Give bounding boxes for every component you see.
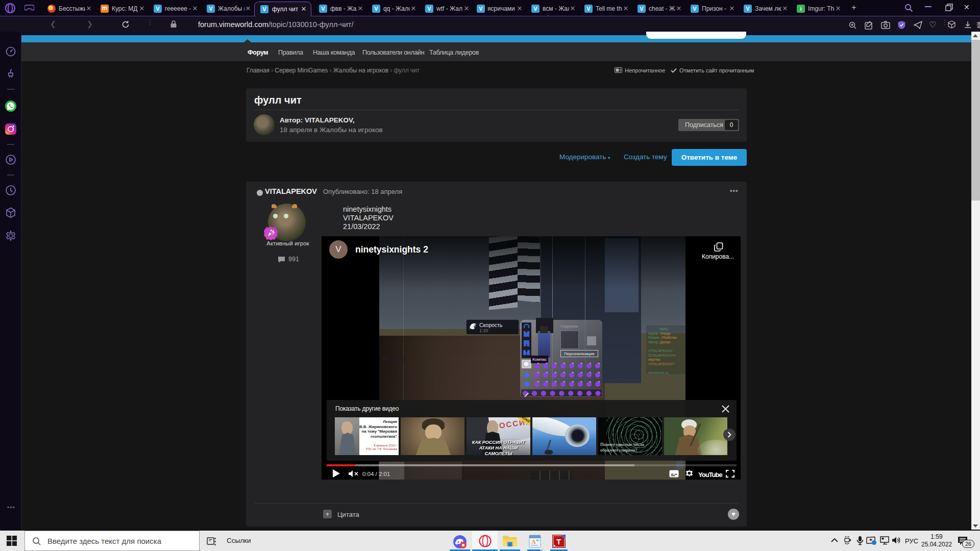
svg-text:A: A bbox=[531, 538, 536, 545]
svg-text:T: T bbox=[556, 537, 561, 546]
